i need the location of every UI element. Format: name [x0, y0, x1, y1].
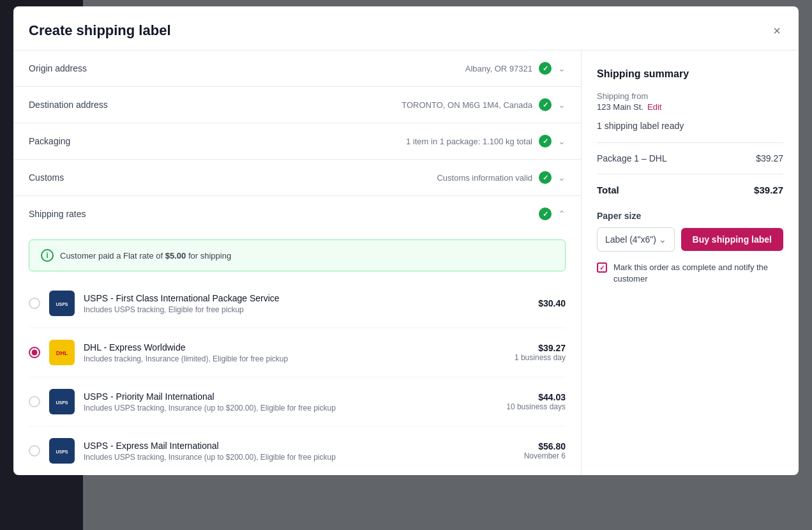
svg-text:USPS: USPS	[56, 400, 68, 405]
shipping-rates-chevron-up-icon: ⌃	[558, 209, 566, 219]
modal-overlay: Create shipping label × Origin address A…	[0, 0, 812, 530]
shipping-rates-check-icon	[539, 208, 552, 220]
rate-radio-usps-first[interactable]	[29, 298, 40, 309]
shipping-rates-label: Shipping rates	[29, 209, 86, 219]
rate-option-usps-first: USPS USPS - First Class International Pa…	[29, 279, 566, 328]
rate-price-block-usps-express: $56.80 November 6	[524, 441, 566, 460]
summary-ready: 1 shipping label ready	[597, 121, 783, 131]
left-panel: Origin address Albany, OR 97321 ⌄ Destin…	[13, 50, 582, 475]
accordion-packaging: Packaging 1 item in 1 package: 1.100 kg …	[13, 123, 581, 160]
modal: Create shipping label × Origin address A…	[13, 6, 799, 475]
rate-info-usps-express: USPS - Express Mail International Includ…	[84, 441, 515, 462]
rate-option-dhl-express: DHL DHL - Express Worldwide Includes tra…	[29, 328, 566, 377]
rate-price-block-usps-first: $30.40	[538, 298, 566, 308]
svg-text:USPS: USPS	[56, 450, 68, 454]
rate-option-usps-express: USPS USPS - Express Mail International I…	[29, 427, 566, 475]
summary-divider-top	[597, 142, 783, 143]
origin-check-icon	[539, 62, 552, 75]
paper-size-select[interactable]: Label (4"x6") ⌄	[597, 227, 675, 252]
summary-from-label: Shipping from	[597, 91, 783, 101]
destination-value: TORONTO, ON M6G 1M4, Canada	[402, 100, 532, 110]
paper-size-select-value: Label (4"x6")	[605, 234, 656, 245]
modal-body: Origin address Albany, OR 97321 ⌄ Destin…	[13, 50, 799, 475]
rate-info-usps-priority: USPS - Priority Mail International Inclu…	[84, 391, 497, 413]
rate-desc-usps-express: Includes USPS tracking, Insurance (up to…	[84, 453, 515, 462]
rate-price-usps-express: $56.80	[524, 441, 566, 451]
summary-total-price: $39.27	[754, 185, 783, 195]
modal-title: Create shipping label	[29, 22, 171, 39]
packaging-right: 1 item in 1 package: 1.100 kg total ⌄	[406, 135, 566, 148]
summary-edit-link[interactable]: Edit	[647, 102, 661, 112]
summary-package-row: Package 1 – DHL $39.27	[597, 153, 783, 163]
rate-price-usps-priority: $44.03	[506, 392, 566, 402]
accordion-customs-header[interactable]: Customs Customs information valid ⌄	[13, 160, 581, 195]
svg-text:DHL: DHL	[56, 350, 68, 356]
rate-name-usps-first: USPS - First Class International Package…	[84, 293, 529, 303]
origin-label: Origin address	[29, 63, 87, 73]
rate-name-usps-priority: USPS - Priority Mail International	[84, 391, 497, 402]
rate-name-usps-express: USPS - Express Mail International	[84, 441, 515, 451]
rate-radio-usps-express[interactable]	[29, 445, 40, 457]
destination-chevron-down-icon: ⌄	[558, 100, 566, 110]
rate-desc-usps-priority: Includes USPS tracking, Insurance (up to…	[84, 404, 497, 413]
accordion-shipping-rates: Shipping rates ⌃ i Customer paid a Flat …	[13, 196, 581, 475]
destination-label: Destination address	[29, 100, 108, 110]
info-banner: i Customer paid a Flat rate of $5.00 for…	[29, 239, 566, 271]
rate-price-block-dhl-express: $39.27 1 business day	[515, 343, 566, 362]
shipping-rates-right: ⌃	[539, 208, 566, 220]
customs-chevron-down-icon: ⌄	[558, 172, 566, 183]
packaging-value: 1 item in 1 package: 1.100 kg total	[406, 137, 532, 146]
rate-radio-usps-priority[interactable]	[29, 396, 40, 407]
summary-address-row: 123 Main St. Edit	[597, 102, 783, 112]
accordion-shipping-rates-header[interactable]: Shipping rates ⌃	[13, 196, 581, 232]
summary-total-row: Total $39.27	[597, 185, 783, 195]
packaging-label: Packaging	[29, 136, 70, 146]
info-circle-icon: i	[41, 249, 54, 262]
rate-options: USPS USPS - First Class International Pa…	[13, 279, 581, 475]
summary-address-text: 123 Main St.	[597, 102, 643, 112]
customs-check-icon	[539, 171, 552, 184]
summary-total-label: Total	[597, 185, 619, 195]
customs-value: Customs information valid	[437, 173, 532, 183]
summary-package-price: $39.27	[756, 153, 783, 163]
info-banner-text: Customer paid a Flat rate of $5.00 for s…	[60, 251, 231, 261]
carrier-logo-dhl: DHL	[49, 340, 75, 365]
summary-title: Shipping summary	[597, 68, 783, 80]
rate-info-usps-first: USPS - First Class International Package…	[84, 293, 529, 314]
packaging-chevron-down-icon: ⌄	[558, 136, 566, 146]
customs-right: Customs information valid ⌄	[437, 171, 566, 184]
carrier-logo-usps: USPS	[49, 291, 75, 316]
notify-customer-checkbox[interactable]	[597, 262, 607, 273]
summary-divider-bottom	[597, 174, 783, 174]
checkbox-row: Mark this order as complete and notify t…	[597, 262, 783, 285]
accordion-origin-header[interactable]: Origin address Albany, OR 97321 ⌄	[13, 50, 581, 86]
accordion-destination: Destination address TORONTO, ON M6G 1M4,…	[13, 87, 581, 123]
paper-size-row: Label (4"x6") ⌄ Buy shipping label	[597, 227, 783, 252]
accordion-destination-header[interactable]: Destination address TORONTO, ON M6G 1M4,…	[13, 87, 581, 123]
paper-size-label: Paper size	[597, 211, 783, 221]
destination-right: TORONTO, ON M6G 1M4, Canada ⌄	[402, 98, 566, 111]
rate-radio-dhl-express[interactable]	[29, 347, 40, 358]
rate-desc-usps-first: Includes USPS tracking, Eligible for fre…	[84, 305, 529, 314]
origin-right: Albany, OR 97321 ⌄	[465, 62, 566, 75]
rate-price-usps-first: $30.40	[538, 298, 566, 308]
rate-option-usps-priority: USPS USPS - Priority Mail International …	[29, 377, 566, 427]
customs-label: Customs	[29, 172, 64, 183]
destination-check-icon	[539, 98, 552, 111]
carrier-logo-usps-express: USPS	[49, 438, 75, 464]
right-panel: Shipping summary Shipping from 123 Main …	[582, 50, 799, 475]
rate-price-block-usps-priority: $44.03 10 business days	[506, 392, 566, 411]
rate-name-dhl-express: DHL - Express Worldwide	[84, 342, 506, 352]
accordion-customs: Customs Customs information valid ⌄	[13, 160, 581, 196]
packaging-check-icon	[539, 135, 552, 148]
close-button[interactable]: ×	[771, 22, 783, 40]
rate-price-dhl-express: $39.27	[515, 343, 566, 353]
notify-customer-label: Mark this order as complete and notify t…	[613, 262, 783, 285]
buy-shipping-label-button[interactable]: Buy shipping label	[681, 228, 783, 251]
modal-header: Create shipping label ×	[13, 6, 799, 50]
rate-delivery-usps-express: November 6	[524, 451, 566, 460]
accordion-packaging-header[interactable]: Packaging 1 item in 1 package: 1.100 kg …	[13, 123, 581, 159]
carrier-logo-usps-priority: USPS	[49, 389, 75, 414]
rate-info-dhl-express: DHL - Express Worldwide Includes trackin…	[84, 342, 506, 363]
paper-size-section: Paper size Label (4"x6") ⌄ Buy shipping …	[597, 211, 783, 285]
